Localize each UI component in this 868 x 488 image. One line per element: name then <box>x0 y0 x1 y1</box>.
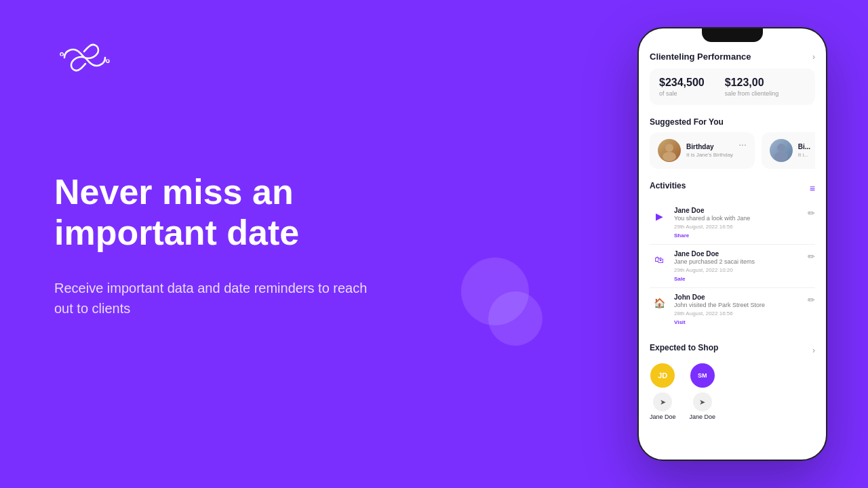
stat-of-sale: $234,500 of sale <box>659 77 705 97</box>
expected-person-1: JD ➤ Jane Doe <box>650 363 676 420</box>
activity-item-2: 🛍 Jane Doe Doe Jane purchased 2 sacai it… <box>650 245 815 288</box>
suggested-avatar-2 <box>770 139 793 162</box>
activity-icon-wrap-3: 🏠 <box>650 293 669 312</box>
activity-name-2: Jane Doe Doe <box>674 250 802 258</box>
expected-chevron-icon[interactable]: › <box>812 346 815 355</box>
expected-name-2: Jane Doe <box>690 413 716 420</box>
svg-point-3 <box>774 152 788 161</box>
activity-content-1: Jane Doe You shared a look with Jane 29t… <box>674 207 802 239</box>
left-panel: Never miss an important date Receive imp… <box>0 0 515 488</box>
activities-title: Activities <box>650 181 686 190</box>
activity-tag-2: Sale <box>674 276 802 282</box>
activity-icon-wrap-2: 🛍 <box>650 250 669 269</box>
activity-time-2: 29th August, 2022 10:20 <box>674 267 802 273</box>
suggested-card-event-2: Bi... <box>798 143 810 150</box>
suggested-card-menu-1[interactable]: ··· <box>738 139 747 150</box>
perf-header: Clienteling Performance › <box>650 52 815 62</box>
activity-tag-3: Visit <box>674 319 802 325</box>
suggested-card-birthday[interactable]: Birthday It is Jane's Birthday ··· <box>650 132 755 169</box>
suggested-title: Suggested For You <box>650 117 815 127</box>
expected-section: Expected to Shop › JD ➤ Jane Doe SM <box>639 336 826 426</box>
perf-chevron-icon[interactable]: › <box>812 52 815 62</box>
sm-badge-text: SM <box>698 372 707 379</box>
activity-content-3: John Doe John visited the Park Street St… <box>674 293 802 325</box>
perf-title: Clienteling Performance <box>650 52 751 62</box>
stat-label-2: sale from clienteling <box>725 90 779 97</box>
suggested-card-info-1: Birthday It is Jane's Birthday <box>686 143 733 158</box>
activities-header: Activities ≡ <box>650 181 815 196</box>
suggested-card-desc-1: It is Jane's Birthday <box>686 152 733 158</box>
svg-point-2 <box>777 144 785 152</box>
sale-icon: 🛍 <box>654 254 664 265</box>
activity-edit-icon-2[interactable]: ✏ <box>808 251 815 262</box>
svg-point-1 <box>663 152 676 161</box>
share-icon: ▶ <box>656 211 663 222</box>
activity-desc-1: You shared a look with Jane <box>674 215 802 222</box>
activity-icon-wrap-1: ▶ <box>650 207 669 226</box>
expected-people-row: JD ➤ Jane Doe SM ➤ Jane Doe <box>650 363 815 420</box>
activity-name-1: Jane Doe <box>674 207 802 214</box>
svg-point-0 <box>665 144 673 152</box>
expected-nav-2[interactable]: ➤ <box>693 392 712 411</box>
activities-section: Activities ≡ ▶ Jane Doe You shared a loo… <box>639 174 826 336</box>
activity-desc-3: John visited the Park Street Store <box>674 302 802 308</box>
stat-label-1: of sale <box>659 90 705 97</box>
activity-time-1: 29th August, 2022 16:56 <box>674 224 802 230</box>
expected-avatar-1: JD <box>650 363 675 388</box>
suggested-card-info-2: Bi... It i... <box>798 143 810 158</box>
phone-frame: Clienteling Performance › $234,500 of sa… <box>637 27 827 461</box>
perf-section: Clienteling Performance › $234,500 of sa… <box>639 45 826 110</box>
expected-title: Expected to Shop <box>650 343 718 352</box>
phone-mockup: Clienteling Performance › $234,500 of sa… <box>637 27 827 461</box>
expected-nav-1[interactable]: ➤ <box>653 392 672 411</box>
stat-from-clienteling: $123,00 sale from clienteling <box>725 77 779 97</box>
suggested-card-event-1: Birthday <box>686 143 733 150</box>
activity-content-2: Jane Doe Doe Jane purchased 2 sacai item… <box>674 250 802 282</box>
expected-person-2: SM ➤ Jane Doe <box>690 363 716 420</box>
filter-icon[interactable]: ≡ <box>810 183 815 194</box>
activity-item-3: 🏠 John Doe John visited the Park Street … <box>650 288 815 331</box>
activity-tag-1: Share <box>674 232 802 239</box>
suggested-card-2[interactable]: Bi... It i... <box>762 132 815 169</box>
expected-avatar-badge-wrap: SM <box>690 363 715 388</box>
app-logo <box>54 41 461 77</box>
expected-avatar-2: SM <box>690 363 715 388</box>
activity-name-3: John Doe <box>674 293 802 301</box>
expected-header: Expected to Shop › <box>650 343 815 358</box>
suggested-scroll: Birthday It is Jane's Birthday ··· <box>650 132 815 169</box>
expected-name-1: Jane Doe <box>650 413 676 420</box>
activity-time-3: 28th August, 2022 16:56 <box>674 310 802 317</box>
stat-value-1: $234,500 <box>659 77 705 89</box>
visit-icon: 🏠 <box>654 298 665 308</box>
activity-edit-icon-3[interactable]: ✏ <box>808 295 815 305</box>
suggested-section: Suggested For You Birthday It is Jane's … <box>639 110 826 174</box>
phone-screen[interactable]: Clienteling Performance › $234,500 of sa… <box>639 28 826 460</box>
headline: Never miss an important date <box>54 172 461 253</box>
phone-notch <box>702 28 763 42</box>
stat-value-2: $123,00 <box>725 77 779 89</box>
activity-item-1: ▶ Jane Doe You shared a look with Jane 2… <box>650 201 815 245</box>
activity-edit-icon-1[interactable]: ✏ <box>808 208 815 218</box>
perf-stats: $234,500 of sale $123,00 sale from clien… <box>650 68 815 105</box>
suggested-avatar-1 <box>658 139 681 162</box>
suggested-card-desc-2: It i... <box>798 152 810 158</box>
activity-desc-2: Jane purchased 2 sacai items <box>674 258 802 265</box>
subtext: Receive important data and date reminder… <box>54 278 380 319</box>
